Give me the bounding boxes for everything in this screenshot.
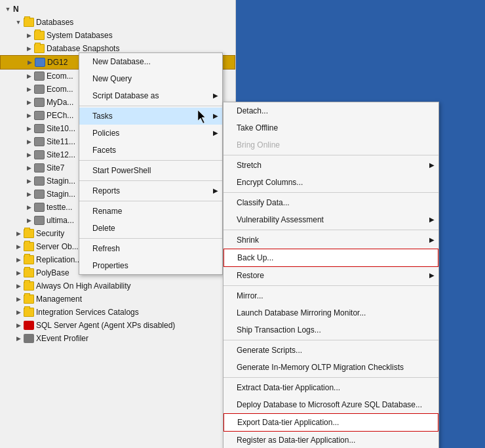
tree-label: Ecom... <box>47 70 73 82</box>
menu-item-script-database[interactable]: Script Database as ▶ <box>79 87 222 104</box>
menu-label: New Database... <box>92 55 151 68</box>
menu-item-generate-scripts[interactable]: Generate Scripts... <box>223 342 438 359</box>
menu-item-ship-logs[interactable]: Ship Transaction Logs... <box>223 321 438 338</box>
menu-separator <box>79 106 222 106</box>
folder-icon <box>24 229 34 238</box>
menu-label: Back Up... <box>237 251 273 264</box>
menu-item-bring-online[interactable]: Bring Online <box>223 136 438 153</box>
menu-item-deploy-azure[interactable]: Deploy Database to Microsoft Azure SQL D… <box>223 396 438 413</box>
tree-label: Site11... <box>47 136 75 148</box>
db-icon <box>34 137 45 146</box>
menu-item-rename[interactable]: Rename <box>79 203 222 220</box>
tree-item-xevent-profiler[interactable]: ▶ XEvent Profiler <box>0 332 235 345</box>
menu-item-refresh[interactable]: Refresh <box>79 240 222 257</box>
tree-label: DG12 <box>47 56 68 68</box>
tree-item-integration-services[interactable]: ▶ Integration Services Catalogs <box>0 306 235 319</box>
tree-label: Stagin... <box>47 175 75 187</box>
menu-item-classify-data[interactable]: Classify Data... <box>223 194 438 211</box>
menu-item-reports[interactable]: Reports ▶ <box>79 182 222 199</box>
expand-icon: ▶ <box>13 320 24 331</box>
expand-icon: ▶ <box>24 189 34 199</box>
tree-label: System Databases <box>47 30 113 41</box>
expand-icon: ▶ <box>24 71 34 81</box>
folder-icon <box>24 281 34 291</box>
menu-label: Script Database as <box>92 89 159 102</box>
expand-icon: ▶ <box>24 43 34 54</box>
tree-label: Always On High Availability <box>36 280 131 292</box>
menu-item-take-offline[interactable]: Take Offline <box>223 119 438 136</box>
folder-icon <box>34 31 45 40</box>
tree-item-management[interactable]: ▶ Management <box>0 293 235 306</box>
menu-label: Refresh <box>92 242 120 255</box>
tree-label: SQL Server Agent (Agent XPs disabled) <box>36 319 175 331</box>
expand-icon: ▶ <box>13 241 24 252</box>
context-menu-right: Detach... Take Offline Bring Online Stre… <box>223 102 439 448</box>
db-icon <box>34 163 45 173</box>
menu-item-vulnerability[interactable]: Vulnerability Assessment ▶ <box>223 211 438 228</box>
tree-label: Security <box>36 228 64 239</box>
menu-item-generate-oltp[interactable]: Generate In-Memory OLTP Migration Checkl… <box>223 359 438 376</box>
folder-icon <box>24 18 34 27</box>
menu-label: Stretch <box>237 159 262 172</box>
menu-item-backup[interactable]: Back Up... <box>223 249 438 267</box>
tree-label: Site10... <box>47 123 75 134</box>
menu-item-register-datatier[interactable]: Register as Data-tier Application... <box>223 432 438 448</box>
arrow-icon: ▶ <box>429 269 435 282</box>
expand-icon: ▶ <box>13 255 24 265</box>
tree-item-system-databases[interactable]: ▶ System Databases <box>0 29 235 42</box>
menu-item-restore[interactable]: Restore ▶ <box>223 267 438 284</box>
tree-root-node[interactable]: ▼ N <box>0 3 235 16</box>
menu-label: Start PowerShell <box>92 164 151 177</box>
root-label: N <box>13 3 19 15</box>
db-icon <box>34 124 45 133</box>
expand-icon: ▶ <box>24 176 34 186</box>
menu-item-shrink[interactable]: Shrink ▶ <box>223 232 438 249</box>
menu-item-stretch[interactable]: Stretch ▶ <box>223 157 438 174</box>
expand-icon: ▶ <box>24 202 34 213</box>
menu-item-new-database[interactable]: New Database... <box>79 53 222 70</box>
tree-item-databases[interactable]: ▼ Databases <box>0 16 235 29</box>
tree-label: ultima... <box>47 214 74 226</box>
folder-icon <box>24 255 34 264</box>
menu-label: Generate In-Memory OLTP Migration Checkl… <box>237 361 404 374</box>
menu-label: Deploy Database to Microsoft Azure SQL D… <box>237 398 422 411</box>
expand-icon: ▶ <box>13 268 24 278</box>
arrow-icon: ▶ <box>429 213 435 226</box>
menu-label: Properties <box>92 259 128 272</box>
expand-icon: ▶ <box>24 84 34 94</box>
db-icon <box>34 190 45 199</box>
menu-label: Launch Database Mirroring Monitor... <box>237 306 366 319</box>
expand-icon: ▼ <box>3 4 13 14</box>
menu-item-new-query[interactable]: New Query <box>79 70 222 87</box>
tree-label: Integration Services Catalogs <box>36 306 139 318</box>
folder-icon <box>24 295 34 304</box>
db-icon <box>34 111 45 120</box>
menu-label: Delete <box>92 222 115 235</box>
expand-icon: ▼ <box>13 17 24 28</box>
menu-item-encrypt-columns[interactable]: Encrypt Columns... <box>223 174 438 191</box>
expand-icon: ▶ <box>24 215 34 226</box>
menu-item-extract-datatier[interactable]: Extract Data-tier Application... <box>223 379 438 396</box>
menu-separator <box>223 230 438 230</box>
expand-icon: ▶ <box>24 97 34 108</box>
menu-label: Classify Data... <box>237 196 290 209</box>
menu-item-tasks[interactable]: Tasks ▶ <box>79 108 222 125</box>
menu-item-start-powershell[interactable]: Start PowerShell <box>79 162 222 179</box>
menu-item-facets[interactable]: Facets <box>79 142 222 159</box>
menu-label: Bring Online <box>237 138 280 152</box>
menu-item-launch-mirroring[interactable]: Launch Database Mirroring Monitor... <box>223 304 438 321</box>
menu-item-policies[interactable]: Policies ▶ <box>79 125 222 142</box>
arrow-icon: ▶ <box>429 159 435 172</box>
tree-item-always-on[interactable]: ▶ Always On High Availability <box>0 279 235 293</box>
menu-item-delete[interactable]: Delete <box>79 220 222 237</box>
menu-item-properties[interactable]: Properties <box>79 257 222 274</box>
db-icon <box>34 71 45 81</box>
menu-item-mirror[interactable]: Mirror... <box>223 287 438 304</box>
tree-item-sql-agent[interactable]: ▶ SQL Server Agent (Agent XPs disabled) <box>0 319 235 332</box>
menu-item-detach[interactable]: Detach... <box>223 102 438 119</box>
arrow-icon: ▶ <box>213 127 218 140</box>
menu-label: Register as Data-tier Application... <box>237 434 355 447</box>
menu-label: Rename <box>92 205 122 218</box>
tree-label: Server Ob... <box>36 241 79 253</box>
menu-item-export-datatier[interactable]: Export Data-tier Application... <box>223 413 438 432</box>
